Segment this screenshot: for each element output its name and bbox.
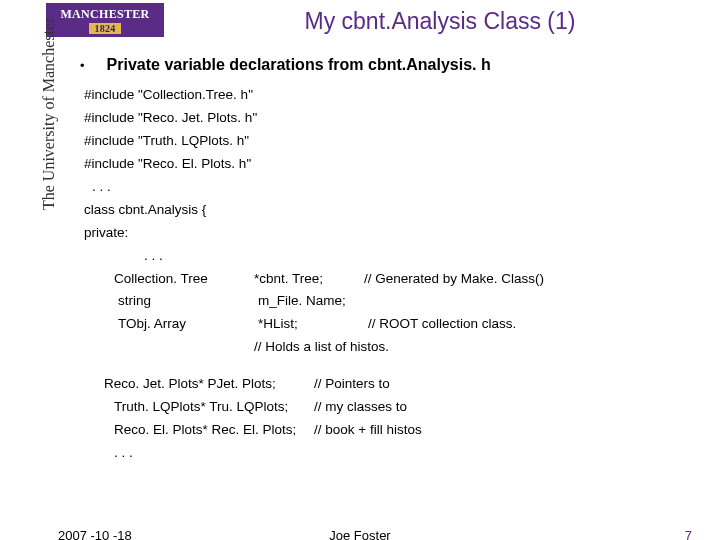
ellipsis: . . . (92, 176, 690, 199)
pointer-comment: // book + fill histos (314, 419, 422, 442)
pointer-declarations: Reco. Jet. Plots* PJet. Plots; // Pointe… (104, 373, 690, 465)
include-line: #include "Reco. El. Plots. h" (84, 153, 690, 176)
member-type: TObj. Array (114, 313, 258, 336)
logo-year: 1824 (89, 23, 120, 34)
logo-side-caption: The University of Manchester (40, 18, 58, 210)
include-line: #include "Truth. LQPlots. h" (84, 130, 690, 153)
include-line: #include "Collection.Tree. h" (84, 84, 690, 107)
university-logo: MANCHESTER 1824 (46, 3, 164, 37)
member-name: m_File. Name; (258, 290, 368, 313)
bullet-heading: • Private variable declarations from cbn… (80, 56, 690, 74)
footer-date: 2007 -10 -18 (58, 528, 132, 540)
pointer-declaration: Reco. Jet. Plots* PJet. Plots; // Pointe… (104, 373, 690, 396)
pointer-decl: Reco. Jet. Plots* PJet. Plots; (104, 373, 314, 396)
ellipsis: . . . (144, 245, 690, 268)
include-line: #include "Reco. Jet. Plots. h" (84, 107, 690, 130)
member-name: *cbnt. Tree; (254, 268, 364, 291)
logo-institution: MANCHESTER (60, 7, 149, 22)
bullet-text: Private variable declarations from cbnt.… (107, 56, 491, 74)
member-declaration: Collection. Tree *cbnt. Tree; // Generat… (114, 268, 690, 291)
pointer-comment: // Pointers to (314, 373, 390, 396)
member-type: string (114, 290, 258, 313)
member-type: Collection. Tree (114, 268, 254, 291)
member-declaration: string m_File. Name; (114, 290, 690, 313)
slide-title: My cbnt.Analysis Class (1) (180, 8, 700, 35)
pointer-decl: Reco. El. Plots* Rec. El. Plots; (114, 419, 314, 442)
pointer-declaration: Reco. El. Plots* Rec. El. Plots; // book… (114, 419, 690, 442)
pointer-decl: Truth. LQPlots* Tru. LQPlots; (114, 396, 314, 419)
footer-page-number: 7 (685, 528, 692, 540)
member-comment (368, 290, 690, 313)
member-comment: // Generated by Make. Class() (364, 268, 690, 291)
ellipsis: . . . (114, 442, 690, 465)
access-specifier: private: (84, 222, 690, 245)
bullet-marker: • (80, 58, 85, 73)
member-comment-continuation: // Holds a list of histos. (254, 336, 690, 359)
code-block: #include "Collection.Tree. h" #include "… (84, 84, 690, 465)
member-declaration: TObj. Array *HList; // ROOT collection c… (114, 313, 690, 336)
footer-author: Joe Foster (300, 528, 420, 540)
private-members: . . . Collection. Tree *cbnt. Tree; // G… (114, 245, 690, 360)
member-name: *HList; (258, 313, 368, 336)
member-comment: // ROOT collection class. (368, 313, 690, 336)
class-declaration: class cbnt.Analysis { (84, 199, 690, 222)
pointer-comment: // my classes to (314, 396, 407, 419)
slide-content: • Private variable declarations from cbn… (72, 56, 690, 465)
pointer-declaration: Truth. LQPlots* Tru. LQPlots; // my clas… (114, 396, 690, 419)
